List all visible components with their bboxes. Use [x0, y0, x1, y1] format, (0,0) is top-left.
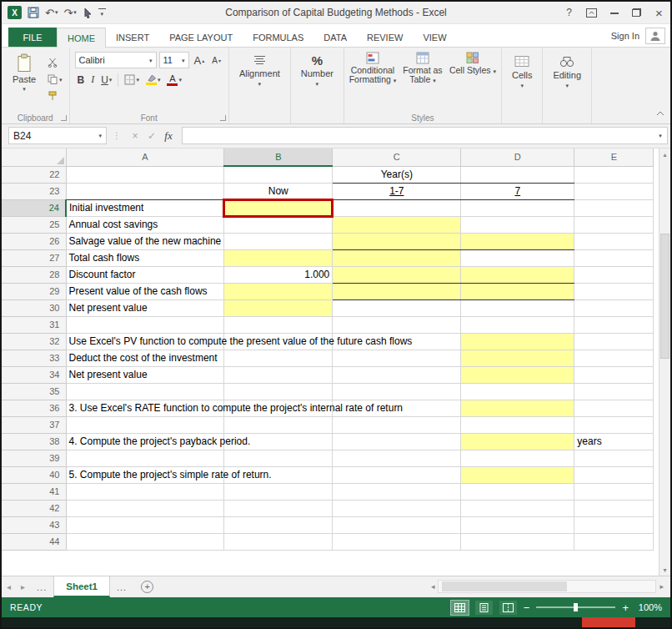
- cell-E29[interactable]: [574, 283, 654, 299]
- font-dialog-launcher[interactable]: [220, 115, 226, 121]
- cell-E37[interactable]: [574, 416, 654, 433]
- cell-D23[interactable]: 7: [461, 183, 574, 199]
- page-layout-view-button[interactable]: [475, 601, 493, 615]
- row-header-32[interactable]: 32: [2, 333, 66, 350]
- cell-E30[interactable]: [574, 299, 654, 316]
- cell-D35[interactable]: [461, 383, 574, 400]
- cell-A37[interactable]: [66, 416, 224, 433]
- row-header-37[interactable]: 37: [2, 416, 66, 433]
- cell-D27[interactable]: [461, 249, 574, 266]
- cell-C33[interactable]: [333, 350, 461, 366]
- cell-C41[interactable]: [333, 483, 461, 500]
- select-all-corner[interactable]: [2, 148, 66, 166]
- normal-view-button[interactable]: [451, 601, 469, 615]
- cell-A29[interactable]: Present value of the cash flows: [66, 283, 224, 299]
- number-button[interactable]: % Number ▾: [293, 48, 342, 112]
- zoom-slider-thumb[interactable]: [574, 603, 578, 611]
- row-header-42[interactable]: 42: [2, 500, 66, 516]
- cell-A34[interactable]: Net present value: [66, 366, 224, 383]
- add-sheet-button[interactable]: +: [141, 581, 153, 593]
- name-box[interactable]: B24 ▾: [8, 127, 107, 144]
- cell-E31[interactable]: [574, 316, 654, 333]
- cell-C27[interactable]: [333, 249, 461, 266]
- cell-B26[interactable]: [224, 233, 333, 249]
- account-avatar[interactable]: [645, 28, 665, 44]
- editing-button[interactable]: Editing ▾: [544, 48, 589, 112]
- cell-C26[interactable]: [333, 233, 461, 249]
- cell-E41[interactable]: [574, 483, 654, 500]
- vertical-scroll-thumb[interactable]: [660, 234, 669, 359]
- cell-B29[interactable]: [224, 283, 333, 299]
- zoom-level[interactable]: 100%: [635, 602, 662, 612]
- row-header-24[interactable]: 24: [2, 199, 66, 216]
- sheet-ellipsis-right-button[interactable]: ...: [110, 582, 133, 592]
- cell-C30[interactable]: [333, 299, 461, 316]
- zoom-slider[interactable]: [536, 606, 615, 608]
- cell-D36[interactable]: [461, 400, 574, 416]
- collapse-ribbon-button[interactable]: [656, 104, 664, 119]
- tab-page-layout[interactable]: PAGE LAYOUT: [159, 28, 243, 47]
- scroll-up-button[interactable]: ▴: [663, 148, 666, 160]
- cell-A22[interactable]: [66, 166, 224, 183]
- restore-button[interactable]: [625, 2, 648, 23]
- row-header-35[interactable]: 35: [2, 383, 66, 400]
- cell-D30[interactable]: [461, 299, 574, 316]
- cell-B34[interactable]: [224, 366, 333, 383]
- sheet-ellipsis-left-button[interactable]: ...: [30, 582, 53, 592]
- format-painter-button[interactable]: [45, 89, 65, 103]
- cell-D33[interactable]: [461, 350, 574, 366]
- cell-D24[interactable]: [461, 199, 574, 216]
- help-button[interactable]: ?: [558, 2, 580, 23]
- customize-qat-button[interactable]: ▾: [98, 8, 106, 18]
- clipboard-dialog-launcher[interactable]: [61, 115, 67, 121]
- cell-B23[interactable]: Now: [224, 183, 333, 199]
- cell-A36[interactable]: 3. Use Excel's RATE function to compute …: [66, 400, 224, 416]
- cell-A35[interactable]: [66, 383, 224, 400]
- row-header-31[interactable]: 31: [2, 316, 66, 333]
- cell-A43[interactable]: [66, 516, 224, 533]
- cell-B22[interactable]: [224, 166, 333, 183]
- sheet-tab-sheet1[interactable]: Sheet1: [53, 576, 110, 597]
- cell-B33[interactable]: [224, 350, 333, 366]
- cell-D34[interactable]: [461, 366, 574, 383]
- borders-button[interactable]: ▾: [122, 73, 142, 86]
- scroll-right-button[interactable]: ▸: [656, 582, 667, 591]
- alignment-button[interactable]: Alignment ▾: [231, 48, 288, 112]
- scroll-left-button[interactable]: ◂: [428, 582, 439, 591]
- italic-button[interactable]: I: [88, 73, 97, 87]
- bold-button[interactable]: B: [75, 73, 88, 87]
- cell-D38[interactable]: [461, 433, 574, 450]
- vertical-scrollbar[interactable]: ▴ ▾: [659, 148, 670, 576]
- cell-E23[interactable]: [574, 183, 654, 199]
- tab-data[interactable]: DATA: [313, 28, 357, 47]
- cell-A39[interactable]: [66, 450, 224, 466]
- column-header-B[interactable]: B: [224, 148, 333, 166]
- column-header-A[interactable]: A: [66, 148, 224, 166]
- underline-button[interactable]: U ▾: [98, 73, 114, 87]
- cell-B31[interactable]: [224, 316, 333, 333]
- cell-E39[interactable]: [574, 450, 654, 466]
- minimize-button[interactable]: [603, 2, 625, 23]
- cell-D43[interactable]: [461, 516, 574, 533]
- touch-mode-button[interactable]: [83, 8, 93, 18]
- tab-formulas[interactable]: FORMULAS: [243, 28, 313, 47]
- cell-B42[interactable]: [224, 500, 333, 516]
- row-header-25[interactable]: 25: [2, 216, 66, 233]
- cell-C22[interactable]: Year(s): [333, 166, 461, 183]
- row-header-26[interactable]: 26: [2, 233, 66, 249]
- cell-D28[interactable]: [461, 266, 574, 283]
- copy-button[interactable]: ▾: [45, 73, 65, 86]
- cell-A25[interactable]: Annual cost savings: [66, 216, 224, 233]
- cell-E33[interactable]: [574, 350, 654, 366]
- column-header-C[interactable]: C: [333, 148, 461, 166]
- cell-C38[interactable]: [333, 433, 461, 450]
- cell-A41[interactable]: [66, 483, 224, 500]
- cell-A32[interactable]: Use Excel's PV function to compute the p…: [66, 333, 224, 350]
- cell-C35[interactable]: [333, 383, 461, 400]
- cell-D40[interactable]: [461, 466, 574, 483]
- horizontal-scroll-track[interactable]: [438, 580, 656, 593]
- cell-E32[interactable]: [574, 333, 654, 350]
- cell-B43[interactable]: [224, 516, 333, 533]
- cell-B35[interactable]: [224, 383, 333, 400]
- decrease-font-button[interactable]: A ▾: [209, 55, 223, 66]
